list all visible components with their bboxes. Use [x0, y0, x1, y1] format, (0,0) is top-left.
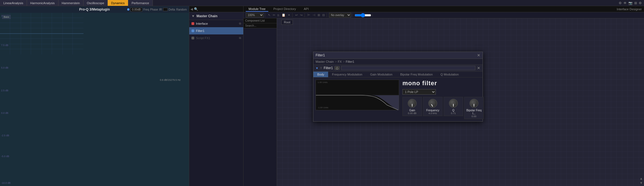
settings-icon[interactable]: ⚙ — [619, 1, 622, 5]
tab-module-tree[interactable]: Module Tree — [246, 7, 268, 12]
arrange-group: ⊢ ⊣ ⊞ ⊟ — [306, 13, 327, 17]
filter-drag-icon[interactable]: ⠿ — [320, 67, 322, 70]
designer-canvas[interactable]: Root Filter1 ✕ Master Chain > FX > Filte… — [277, 18, 644, 186]
frequency-knob[interactable] — [428, 99, 437, 108]
filter-right-side: mono filter 1 Pole LP 2 Pole LP 1 Pole H… — [402, 80, 484, 119]
cursor-icon[interactable]: ↖ — [267, 13, 271, 17]
bipolar-knob-indicator — [474, 104, 474, 107]
chain-item-interface[interactable]: Interface ⧉ — [189, 20, 243, 27]
random-label[interactable]: Random — [176, 8, 187, 11]
gain-knob-indicator — [412, 104, 412, 107]
breadcrumb-master-chain[interactable]: Master Chain — [316, 60, 334, 63]
tab-oscilloscope[interactable]: Oscilloscope — [83, 0, 108, 6]
breadcrumb-filter1: Filter1 — [346, 60, 354, 63]
align-left-icon[interactable]: ⊢ — [307, 13, 311, 17]
q-knob-indicator — [453, 104, 454, 107]
breadcrumb-fx[interactable]: FX — [338, 60, 342, 63]
eq-controls-right: 0.00dB Freq Phase IR Delta Random — [127, 7, 187, 12]
interface-ext-icon[interactable]: ⧉ — [239, 22, 241, 25]
phase-label[interactable]: Phase — [150, 8, 158, 11]
eq-label-neg25db: -2.5 dB — [1, 134, 9, 137]
filter-dialog-titlebar: Filter1 ✕ — [313, 52, 483, 59]
filter-text-box[interactable] — [341, 66, 475, 70]
toolbar-search-icon[interactable]: 🔍 — [194, 7, 198, 11]
ir-label[interactable]: IR — [159, 8, 162, 11]
component-list-panel: Component List — [244, 18, 277, 186]
scroll-up-icon[interactable]: ▲ — [640, 177, 643, 180]
filter-close-button[interactable]: ✕ — [477, 66, 480, 70]
undo-icon[interactable]: ↩ — [294, 13, 299, 17]
copy-icon[interactable]: ⎘ — [277, 13, 280, 17]
eq-label-neg10db: -10.0 dB — [1, 182, 11, 184]
eq-checkbox[interactable] — [163, 8, 168, 11]
paste-icon[interactable]: 📋 — [281, 13, 286, 17]
gear2-icon[interactable]: ⚙ — [639, 1, 642, 5]
eq-value-box[interactable]: 0.00dB — [131, 7, 142, 12]
tab-performance[interactable]: Performance — [128, 0, 153, 6]
scriptfx1-ext-icon[interactable]: ⧉ — [239, 36, 241, 40]
tab-hammerstein[interactable]: Hammerstein — [58, 0, 83, 6]
filter-power-button[interactable]: ⏻ — [335, 66, 340, 70]
zoom-group: 100% 75% 150% — [245, 13, 265, 17]
bottom-arrow-area: ▲ ▼ — [638, 175, 644, 186]
gain-knob[interactable] — [408, 99, 417, 108]
zoom-select[interactable]: 100% 75% 150% — [246, 13, 264, 17]
filter-tab-body[interactable]: Body — [313, 72, 328, 77]
filter-tab-gain-mod[interactable]: Gain Modulation — [366, 72, 396, 77]
component-list-content — [244, 28, 277, 186]
eq-label-neg5db: -5.0 dB — [1, 155, 9, 158]
tab-harmonic-analysis[interactable]: HarmonicAnalysis — [27, 0, 58, 6]
eq-header: Pro-Q 3/Metaplugin 0.00dB Freq Phase IR … — [0, 6, 189, 13]
eq-grid-svg — [0, 13, 83, 54]
right-panel: Module Tree Project Directory API Interf… — [244, 6, 644, 186]
chain-item-filter1[interactable]: Filter1 — [189, 27, 243, 34]
dialog-close-button[interactable]: ✕ — [477, 53, 480, 57]
tab-linear-analysis[interactable]: LinearAnalysis — [0, 0, 27, 6]
q-knob-label: Q — [452, 109, 454, 112]
delete-icon[interactable]: ✕ — [287, 13, 291, 17]
tab-project-directory[interactable]: Project Directory — [271, 7, 299, 12]
group-icon[interactable]: ⊟ — [321, 13, 326, 17]
filter-collapse-icon[interactable]: ▼ — [316, 67, 318, 70]
scroll-down-icon[interactable]: ▼ — [640, 181, 643, 185]
redo-icon[interactable]: ↪ — [299, 13, 303, 17]
filter-tab-freq-mod[interactable]: Frequency Modulation — [328, 72, 366, 77]
master-chain-title: Master Chain — [196, 14, 217, 18]
bipolar-knob-container: Bipolar Freq I... 0.00 — [464, 97, 484, 119]
bass-button[interactable]: Bass — [2, 15, 11, 19]
top-tab-bar: LinearAnalysis HarmonicAnalysis Hammerst… — [0, 0, 644, 6]
q-knob[interactable] — [449, 99, 458, 108]
curve-label-bottom: -1.00 Units — [318, 106, 328, 109]
frequency-knob-container: Frequency 4.0 kHz — [423, 97, 443, 116]
breadcrumb-sep2: > — [343, 60, 345, 63]
distribute-icon[interactable]: ⊞ — [317, 13, 321, 17]
overlay-select[interactable]: No overlay Grid — [329, 13, 351, 17]
bipolar-knob[interactable] — [470, 99, 478, 108]
eq-canvas[interactable]: 10.0 dB 7.5 dB 5.0 dB 2.5 dB 0.0 dB -2.5… — [0, 13, 189, 186]
grid-icon[interactable]: ⊞ — [634, 1, 637, 5]
tab-dynamics[interactable]: Dynamics — [108, 0, 128, 6]
chain-item-scriptfx1[interactable]: Script FX1 ⧉ — [189, 34, 243, 42]
undo-redo-group: ↩ ↪ — [293, 13, 305, 17]
cut-icon[interactable]: ✂ — [272, 13, 276, 17]
filter-tab-bipolar-mod[interactable]: Bipolar Freq Modulation — [396, 72, 437, 77]
slider-group — [353, 14, 373, 16]
overlay-group: No overlay Grid — [328, 13, 353, 17]
tab-api[interactable]: API — [301, 7, 311, 12]
interface-color-dot — [191, 22, 194, 25]
align-center-icon[interactable]: ⊣ — [312, 13, 316, 17]
gain-knob-value: 0.00 dB — [408, 112, 416, 115]
filter-tab-q-mod[interactable]: Q Modulation — [437, 72, 463, 77]
chain-expand-icon[interactable]: ▼ — [191, 14, 195, 18]
frequency-knob-value: 4.0 kHz — [429, 112, 437, 115]
eye-icon[interactable]: 👁 — [623, 1, 627, 5]
component-search-input[interactable] — [244, 23, 277, 28]
eq-label-0db: 0.0 dB — [1, 112, 8, 114]
camera-icon[interactable]: 📷 — [628, 1, 633, 5]
pole-type-select[interactable]: 1 Pole LP 2 Pole LP 1 Pole HP — [402, 89, 436, 95]
component-list-header: Component List — [244, 18, 277, 23]
size-slider[interactable] — [355, 14, 371, 16]
toolbar-arrow-icon[interactable]: ◀ — [190, 7, 193, 11]
eq-dot-indicator — [127, 8, 129, 11]
eq-title: Pro-Q 3/Metaplugin — [79, 7, 110, 11]
